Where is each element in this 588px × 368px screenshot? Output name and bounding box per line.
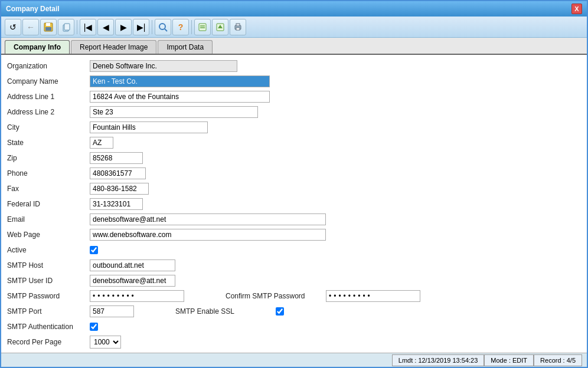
mode-status: Mode : EDIT xyxy=(484,354,534,366)
next-button[interactable]: ▶ xyxy=(115,19,132,35)
print-button[interactable] xyxy=(230,19,246,35)
smtp-ssl-right: SMTP Enable SSL xyxy=(158,307,284,316)
smtp-password-left: SMTP Password xyxy=(7,290,184,302)
federal-id-label: Federal ID xyxy=(7,200,90,208)
smtp-ssl-checkbox[interactable] xyxy=(276,307,284,316)
status-bar: Lmdt : 12/13/2019 13:54:23 Mode : EDIT R… xyxy=(1,353,587,367)
tabs-bar: Company Info Report Header Image Import … xyxy=(1,38,587,55)
tab-report-header[interactable]: Report Header Image xyxy=(71,40,156,54)
smtp-userid-input[interactable] xyxy=(90,275,175,287)
address1-label: Address Line 1 xyxy=(7,93,90,101)
phone-label: Phone xyxy=(7,169,90,178)
smtp-ssl-label: SMTP Enable SSL xyxy=(175,307,270,316)
smtp-host-input[interactable] xyxy=(90,259,175,271)
refresh-button[interactable]: ↺ xyxy=(5,19,21,35)
state-input[interactable] xyxy=(90,137,113,149)
first-button[interactable]: |◀ xyxy=(80,19,96,35)
organization-input[interactable] xyxy=(90,60,237,72)
address2-row: Address Line 2 xyxy=(7,106,581,119)
smtp-port-left: SMTP Port xyxy=(7,305,134,317)
confirm-smtp-label: Confirm SMTP Password xyxy=(226,292,320,300)
record-status: Record : 4/5 xyxy=(534,354,582,366)
fax-row: Fax xyxy=(7,182,581,195)
export-button[interactable] xyxy=(212,19,228,35)
state-row: State xyxy=(7,136,581,149)
webpage-input[interactable] xyxy=(90,229,326,241)
company-name-row: Company Name xyxy=(7,75,581,88)
svg-point-5 xyxy=(159,24,165,29)
email-label: Email xyxy=(7,215,90,224)
smtp-password-right: Confirm SMTP Password xyxy=(208,290,420,302)
svg-rect-7 xyxy=(199,24,206,31)
svg-rect-14 xyxy=(236,28,240,30)
organization-label: Organization xyxy=(7,62,90,70)
smtp-port-label: SMTP Port xyxy=(7,307,90,316)
smtp-password-row: SMTP Password Confirm SMTP Password xyxy=(7,290,581,303)
company-name-input[interactable] xyxy=(90,75,270,87)
toolbar-sep3 xyxy=(191,20,192,34)
back-button[interactable]: ← xyxy=(22,19,39,35)
zip-input[interactable] xyxy=(90,152,143,164)
fax-label: Fax xyxy=(7,185,90,193)
phone-row: Phone xyxy=(7,167,581,180)
lmdt-status: Lmdt : 12/13/2019 13:54:23 xyxy=(392,354,485,366)
records-per-page-label: Record Per Page xyxy=(7,338,90,346)
find-button[interactable] xyxy=(155,19,171,35)
address2-input[interactable] xyxy=(90,106,258,118)
email-row: Email xyxy=(7,213,581,226)
city-label: City xyxy=(7,123,90,132)
smtp-host-row: SMTP Host xyxy=(7,259,581,272)
phone-input[interactable] xyxy=(90,167,146,179)
records-per-page-row: Record Per Page 100 250 500 1000 2500 xyxy=(7,336,581,349)
help-button[interactable]: ? xyxy=(172,19,189,35)
tab-company-info[interactable]: Company Info xyxy=(5,40,70,54)
svg-rect-1 xyxy=(46,23,50,26)
window-title: Company Detail xyxy=(6,5,60,13)
toolbar-sep1 xyxy=(77,20,77,34)
smtp-port-row: SMTP Port SMTP Enable SSL xyxy=(7,305,581,318)
fax-input[interactable] xyxy=(90,183,149,195)
edit-button[interactable] xyxy=(194,19,211,35)
active-label: Active xyxy=(7,246,90,254)
zip-row: Zip xyxy=(7,152,581,165)
smtp-password-input[interactable] xyxy=(90,290,184,302)
smtp-userid-label: SMTP User ID xyxy=(7,277,90,285)
smtp-password-label: SMTP Password xyxy=(7,292,90,300)
city-row: City xyxy=(7,121,581,134)
svg-line-6 xyxy=(165,29,167,31)
copy-button[interactable] xyxy=(58,19,74,35)
email-input[interactable] xyxy=(90,213,326,225)
tab-import-data[interactable]: Import Data xyxy=(158,40,213,54)
active-checkbox[interactable] xyxy=(90,246,98,254)
svg-rect-13 xyxy=(236,24,240,26)
main-window: Company Detail X ↺ ← |◀ ◀ ▶ ▶| ? xyxy=(0,0,588,368)
company-name-label: Company Name xyxy=(7,77,90,86)
save-button[interactable] xyxy=(40,19,57,35)
smtp-port-input[interactable] xyxy=(90,305,134,317)
federal-id-row: Federal ID xyxy=(7,198,581,211)
svg-rect-4 xyxy=(64,24,70,30)
federal-id-input[interactable] xyxy=(90,198,143,210)
zip-label: Zip xyxy=(7,154,90,162)
active-row: Active xyxy=(7,244,581,257)
toolbar: ↺ ← |◀ ◀ ▶ ▶| ? xyxy=(1,17,587,38)
state-label: State xyxy=(7,139,90,147)
address1-input[interactable] xyxy=(90,91,270,103)
prev-button[interactable]: ◀ xyxy=(97,19,114,35)
address2-label: Address Line 2 xyxy=(7,108,90,116)
smtp-auth-row: SMTP Authentication xyxy=(7,320,581,333)
webpage-label: Web Page xyxy=(7,231,90,239)
city-input[interactable] xyxy=(90,121,208,133)
confirm-smtp-input[interactable] xyxy=(326,290,420,302)
form-content: Organization Company Name Address Line 1… xyxy=(1,55,587,353)
toolbar-sep2 xyxy=(152,20,152,34)
last-button[interactable]: ▶| xyxy=(133,19,149,35)
close-button[interactable]: X xyxy=(571,4,582,14)
records-per-page-select[interactable]: 100 250 500 1000 2500 xyxy=(90,336,121,349)
address1-row: Address Line 1 xyxy=(7,90,581,103)
smtp-auth-label: SMTP Authentication xyxy=(7,323,90,331)
smtp-auth-checkbox[interactable] xyxy=(90,323,98,331)
smtp-userid-row: SMTP User ID xyxy=(7,274,581,287)
title-bar: Company Detail X xyxy=(1,1,587,17)
organization-row: Organization xyxy=(7,60,581,73)
